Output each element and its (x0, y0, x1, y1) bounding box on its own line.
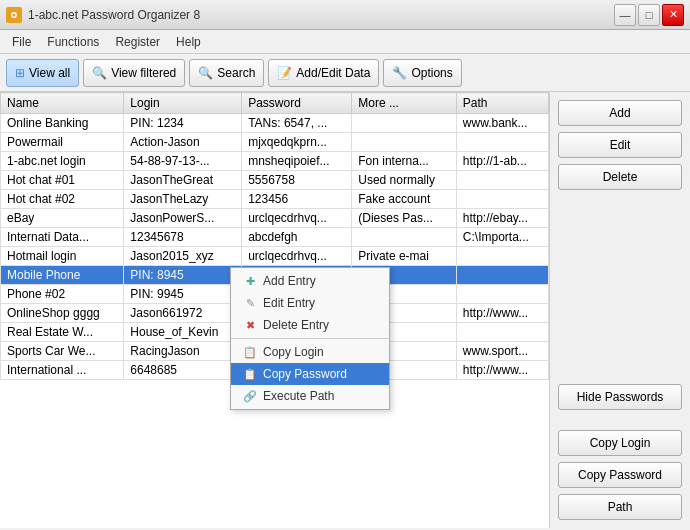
menu-register[interactable]: Register (107, 33, 168, 51)
col-more[interactable]: More ... (352, 93, 457, 114)
ctx-copy-password[interactable]: 📋 Copy Password (231, 363, 389, 385)
ctx-execute-path[interactable]: 🔗 Execute Path (231, 385, 389, 407)
cell-login: PIN: 9945 (124, 285, 242, 304)
cell-more: Private e-mai (352, 247, 457, 266)
cell-more (352, 114, 457, 133)
table-row[interactable]: Internati Data...12345678abcdefghC:\Impo… (1, 228, 549, 247)
menu-file[interactable]: File (4, 33, 39, 51)
view-all-label: View all (29, 66, 70, 80)
cell-login: Jason2015_xyz (124, 247, 242, 266)
panel-spacer (558, 196, 682, 378)
cell-more (352, 228, 457, 247)
cell-login: 12345678 (124, 228, 242, 247)
table-row[interactable]: PowermailAction-Jasonmjxqedqkprn... (1, 133, 549, 152)
add-entry-icon: ✚ (243, 274, 257, 288)
ctx-copy-password-label: Copy Password (263, 367, 347, 381)
copy-password-icon: 📋 (243, 367, 257, 381)
cell-login: PIN: 8945 (124, 266, 242, 285)
options-button[interactable]: 🔧 Options (383, 59, 461, 87)
menu-help[interactable]: Help (168, 33, 209, 51)
ctx-copy-login[interactable]: 📋 Copy Login (231, 341, 389, 363)
copy-password-button[interactable]: Copy Password (558, 462, 682, 488)
col-password[interactable]: Password (242, 93, 352, 114)
view-filtered-label: View filtered (111, 66, 176, 80)
cell-name: Phone #02 (1, 285, 124, 304)
table-area: Name Login Password More ... Path Online… (0, 92, 550, 528)
options-label: Options (411, 66, 452, 80)
add-button[interactable]: Add (558, 100, 682, 126)
cell-login: JasonTheGreat (124, 171, 242, 190)
minimize-button[interactable]: — (614, 4, 636, 26)
ctx-delete-entry[interactable]: ✖ Delete Entry (231, 314, 389, 336)
cell-path (456, 171, 548, 190)
cell-name: 1-abc.net login (1, 152, 124, 171)
cell-more (352, 133, 457, 152)
view-all-button[interactable]: ⊞ View all (6, 59, 79, 87)
table-row[interactable]: 1-abc.net login54-88-97-13-...mnsheqipoi… (1, 152, 549, 171)
ctx-separator (231, 338, 389, 339)
ctx-add-entry[interactable]: ✚ Add Entry (231, 270, 389, 292)
cell-more: Used normally (352, 171, 457, 190)
delete-button[interactable]: Delete (558, 164, 682, 190)
table-header-row: Name Login Password More ... Path (1, 93, 549, 114)
cell-login: JasonPowerS... (124, 209, 242, 228)
cell-more: Fon interna... (352, 152, 457, 171)
search-icon: 🔍 (198, 66, 213, 80)
cell-login: Action-Jason (124, 133, 242, 152)
search-button[interactable]: 🔍 Search (189, 59, 264, 87)
cell-name: Hot chat #02 (1, 190, 124, 209)
table-row[interactable]: Hot chat #01JasonTheGreat5556758Used nor… (1, 171, 549, 190)
copy-login-button[interactable]: Copy Login (558, 430, 682, 456)
toolbar: ⊞ View all 🔍 View filtered 🔍 Search 📝 Ad… (0, 54, 690, 92)
cell-name: OnlineShop gggg (1, 304, 124, 323)
cell-more: Fake account (352, 190, 457, 209)
window-controls: — □ ✕ (614, 4, 684, 26)
add-edit-data-button[interactable]: 📝 Add/Edit Data (268, 59, 379, 87)
cell-path (456, 285, 548, 304)
cell-path: http://1-ab... (456, 152, 548, 171)
table-row[interactable]: Hotmail loginJason2015_xyzurclqecdrhvq..… (1, 247, 549, 266)
table-row[interactable]: Hot chat #02JasonTheLazy123456Fake accou… (1, 190, 549, 209)
cell-path (456, 323, 548, 342)
title-bar-left: 1-abc.net Password Organizer 8 (6, 7, 200, 23)
copy-login-icon: 📋 (243, 345, 257, 359)
close-button[interactable]: ✕ (662, 4, 684, 26)
ctx-edit-entry[interactable]: ✎ Edit Entry (231, 292, 389, 314)
maximize-button[interactable]: □ (638, 4, 660, 26)
cell-path: C:\Importa... (456, 228, 548, 247)
ctx-add-entry-label: Add Entry (263, 274, 316, 288)
view-all-icon: ⊞ (15, 66, 25, 80)
cell-password: TANs: 6547, ... (242, 114, 352, 133)
cell-name: Hotmail login (1, 247, 124, 266)
app-icon (6, 7, 22, 23)
table-row[interactable]: eBayJasonPowerS...urclqecdrhvq...(Dieses… (1, 209, 549, 228)
col-name[interactable]: Name (1, 93, 124, 114)
cell-login: PIN: 1234 (124, 114, 242, 133)
cell-password: abcdefgh (242, 228, 352, 247)
svg-point-2 (13, 13, 16, 16)
ctx-edit-entry-label: Edit Entry (263, 296, 315, 310)
menu-functions[interactable]: Functions (39, 33, 107, 51)
cell-login: 6648685 (124, 361, 242, 380)
cell-name: Real Estate W... (1, 323, 124, 342)
table-row[interactable]: Online BankingPIN: 1234TANs: 6547, ...ww… (1, 114, 549, 133)
cell-name: eBay (1, 209, 124, 228)
cell-name: Mobile Phone (1, 266, 124, 285)
cell-login: Jason661972 (124, 304, 242, 323)
cell-name: Sports Car We... (1, 342, 124, 361)
menu-bar: File Functions Register Help (0, 30, 690, 54)
window-title: 1-abc.net Password Organizer 8 (28, 8, 200, 22)
edit-button[interactable]: Edit (558, 132, 682, 158)
path-button[interactable]: Path (558, 494, 682, 520)
delete-entry-icon: ✖ (243, 318, 257, 332)
cell-name: Hot chat #01 (1, 171, 124, 190)
cell-path (456, 266, 548, 285)
col-login[interactable]: Login (124, 93, 242, 114)
cell-path (456, 133, 548, 152)
cell-name: Online Banking (1, 114, 124, 133)
col-path[interactable]: Path (456, 93, 548, 114)
view-filtered-button[interactable]: 🔍 View filtered (83, 59, 185, 87)
cell-password: 5556758 (242, 171, 352, 190)
filter-icon: 🔍 (92, 66, 107, 80)
hide-passwords-button[interactable]: Hide Passwords (558, 384, 682, 410)
